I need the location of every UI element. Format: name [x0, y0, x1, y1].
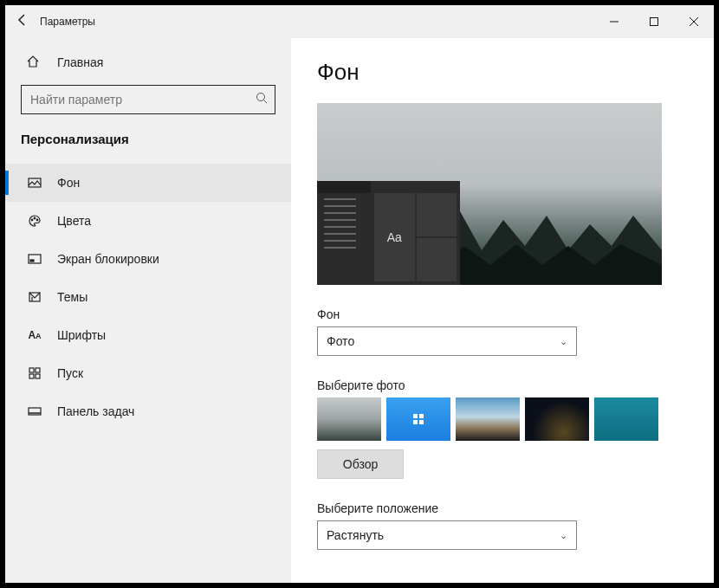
svg-rect-13: [29, 368, 34, 372]
page-title: Фон: [317, 59, 696, 86]
fonts-icon: AA: [26, 329, 43, 341]
sidebar: Главная Персонализация Фон Цвета: [5, 38, 291, 583]
svg-point-9: [36, 219, 38, 221]
photo-thumb-2[interactable]: [386, 397, 450, 441]
start-icon: [26, 366, 43, 380]
search-box[interactable]: [21, 85, 275, 114]
sidebar-item-label: Темы: [57, 290, 87, 304]
photo-thumb-3[interactable]: [456, 397, 520, 441]
sidebar-item-label: Панель задач: [57, 404, 134, 418]
fit-label: Выберите положение: [317, 501, 696, 515]
sidebar-item-label: Экран блокировки: [57, 252, 159, 266]
sidebar-item-lockscreen[interactable]: Экран блокировки: [5, 240, 291, 278]
svg-rect-15: [29, 374, 34, 378]
photo-thumbnails: [317, 397, 696, 441]
sidebar-item-start[interactable]: Пуск: [5, 354, 291, 392]
background-type-dropdown[interactable]: Фото ⌄: [317, 326, 577, 356]
svg-rect-11: [30, 260, 34, 262]
image-icon: [26, 176, 43, 190]
sidebar-item-background[interactable]: Фон: [5, 164, 291, 202]
window-title: Параметры: [40, 16, 95, 28]
svg-rect-14: [36, 368, 40, 372]
back-button[interactable]: [5, 13, 40, 30]
chevron-down-icon: ⌄: [560, 336, 567, 347]
lockscreen-icon: [26, 252, 43, 266]
photo-thumb-1[interactable]: [317, 397, 381, 441]
sidebar-item-label: Цвета: [57, 214, 91, 228]
desktop-preview: Aa: [317, 103, 662, 285]
settings-window: Параметры Главная Персонализация: [5, 5, 714, 583]
search-input[interactable]: [30, 93, 256, 107]
minimize-button[interactable]: [594, 5, 634, 38]
home-icon: [26, 55, 43, 71]
svg-point-8: [34, 217, 36, 219]
category-heading: Персонализация: [5, 125, 291, 157]
svg-point-4: [257, 94, 265, 101]
themes-icon: [26, 290, 43, 304]
titlebar: Параметры: [5, 5, 714, 38]
start-preview: Aa: [317, 181, 460, 285]
search-icon: [256, 92, 268, 107]
home-label: Главная: [57, 55, 103, 69]
preview-sample-text: Aa: [374, 193, 415, 281]
dropdown-value: Фото: [327, 334, 354, 348]
svg-rect-17: [29, 408, 41, 415]
chevron-down-icon: ⌄: [560, 530, 567, 541]
sidebar-item-colors[interactable]: Цвета: [5, 202, 291, 240]
palette-icon: [26, 214, 43, 228]
svg-rect-16: [36, 374, 40, 378]
sidebar-item-taskbar[interactable]: Панель задач: [5, 392, 291, 430]
sidebar-item-label: Шрифты: [57, 328, 106, 342]
svg-rect-1: [651, 18, 658, 26]
sidebar-item-fonts[interactable]: AA Шрифты: [5, 316, 291, 354]
sidebar-item-themes[interactable]: Темы: [5, 278, 291, 316]
content-pane: Фон A: [291, 38, 714, 583]
close-button[interactable]: [674, 5, 714, 38]
browse-button[interactable]: Обзор: [317, 449, 404, 479]
sidebar-item-label: Фон: [57, 176, 80, 190]
dropdown-value: Растянуть: [327, 528, 384, 542]
photo-thumb-4[interactable]: [525, 397, 589, 441]
background-label: Фон: [317, 307, 696, 321]
svg-point-7: [31, 219, 33, 221]
maximize-button[interactable]: [634, 5, 674, 38]
home-link[interactable]: Главная: [5, 45, 291, 80]
taskbar-icon: [26, 404, 43, 418]
sidebar-item-label: Пуск: [57, 366, 83, 380]
fit-dropdown[interactable]: Растянуть ⌄: [317, 520, 577, 550]
svg-line-5: [264, 100, 268, 104]
photo-thumb-5[interactable]: [594, 397, 658, 441]
choose-photo-label: Выберите фото: [317, 378, 696, 392]
